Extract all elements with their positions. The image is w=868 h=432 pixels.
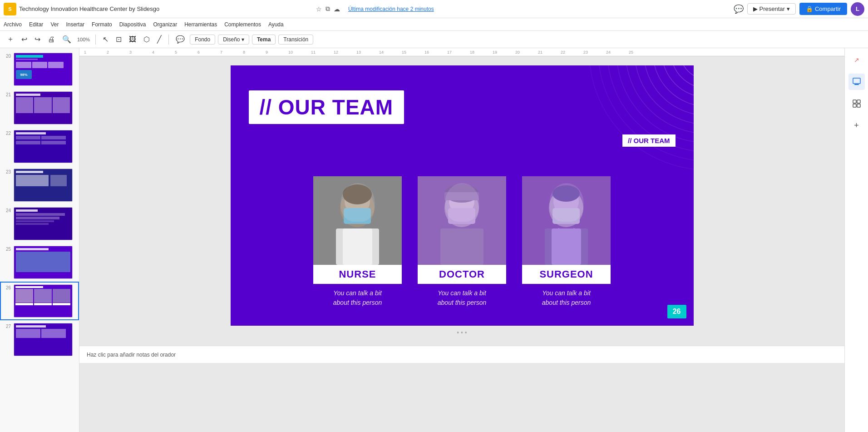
slide-26[interactable]: // OUR TEAM // OUR TEAM: [231, 65, 694, 326]
menu-formato[interactable]: Formato: [92, 21, 112, 28]
menu-archivo[interactable]: Archivo: [4, 21, 22, 28]
image-tool[interactable]: 🖼: [127, 34, 138, 45]
svg-point-9: [626, 65, 694, 134]
menu-herramientas[interactable]: Herramientas: [184, 21, 217, 28]
svg-point-10: [616, 65, 694, 143]
doctor-description: You can talk a bitabout this person: [418, 288, 506, 308]
svg-point-30: [553, 188, 579, 215]
tema-button[interactable]: Tema: [252, 35, 276, 45]
menu-organizar[interactable]: Organizar: [153, 21, 177, 28]
slide-thumb-23[interactable]: 23: [0, 166, 79, 204]
svg-rect-36: [854, 84, 859, 85]
surgeon-role-text: SURGEON: [539, 268, 593, 280]
divider-2: [168, 35, 169, 45]
shape-tool[interactable]: ⬡: [141, 34, 152, 45]
slide-thumb-20[interactable]: 20 98%: [0, 50, 79, 89]
svg-rect-20: [343, 228, 372, 265]
chevron-down-icon: ▾: [787, 5, 790, 12]
nurse-role-box: NURSE: [313, 265, 402, 284]
zoom-button[interactable]: 🔍: [60, 34, 74, 45]
slides-panel-button[interactable]: [848, 74, 865, 90]
doctor-photo: [418, 176, 506, 265]
svg-rect-38: [857, 100, 860, 103]
avatar[interactable]: L: [851, 2, 864, 16]
svg-rect-37: [853, 100, 856, 103]
svg-point-6: [653, 65, 694, 106]
slide-thumb-24[interactable]: 24: [0, 204, 79, 243]
redo-button[interactable]: ↪: [32, 34, 43, 45]
last-modified[interactable]: Última modificación hace 2 minutos: [348, 6, 434, 12]
menu-complementos[interactable]: Complementos: [224, 21, 261, 28]
svg-point-16: [345, 188, 370, 215]
decorative-circles: [580, 65, 694, 179]
slide-thumb-25[interactable]: 25: [0, 243, 79, 282]
add-slide-button[interactable]: ＋: [5, 33, 16, 45]
svg-rect-26: [448, 208, 475, 224]
grid-view-button[interactable]: [848, 95, 865, 112]
undo-button[interactable]: ↩: [19, 34, 30, 45]
svg-rect-39: [853, 104, 856, 107]
menu-insertar[interactable]: Insertar: [66, 21, 84, 28]
svg-rect-32: [552, 208, 580, 224]
menu-ver[interactable]: Ver: [50, 21, 59, 28]
main: 20 98%: [0, 48, 868, 432]
select-tool[interactable]: ⊡: [113, 34, 124, 45]
svg-text:S: S: [8, 6, 11, 12]
slide-thumb-27[interactable]: 27: [0, 320, 79, 359]
menu-diapositiva[interactable]: Diapositiva: [119, 21, 146, 28]
team-card-doctor[interactable]: DOCTOR You can talk a bitabout this pers…: [417, 176, 508, 308]
surgeon-photo: [522, 176, 611, 265]
star-icon[interactable]: ☆: [316, 5, 322, 13]
presentar-button[interactable]: ▶ Presentar ▾: [747, 3, 796, 15]
svg-rect-27: [440, 228, 483, 265]
line-tool[interactable]: ╱: [155, 34, 164, 45]
fondo-button[interactable]: Fondo: [190, 35, 215, 45]
doctor-role-box: DOCTOR: [418, 265, 506, 284]
slide-title-box[interactable]: // OUR TEAM: [249, 90, 404, 124]
svg-rect-18: [344, 208, 371, 224]
slide-panel: 20 98%: [0, 48, 79, 432]
svg-rect-40: [857, 104, 860, 107]
svg-point-4: [671, 65, 694, 88]
ruler-horizontal: 1 2 3 4 5 6 7 8 9 10 11 12 13 14 15 16 1…: [79, 48, 844, 56]
compartir-button[interactable]: 🔒 Compartir: [799, 3, 847, 15]
toolbar: ＋ ↩ ↪ 🖨 🔍 100% ↖ ⊡ 🖼 ⬡ ╱ 💬 Fondo Diseño …: [0, 31, 868, 48]
svg-point-24: [444, 184, 479, 203]
menu-editar[interactable]: Editar: [29, 21, 43, 28]
copy-icon[interactable]: ⧉: [326, 5, 330, 13]
slide-container: // OUR TEAM // OUR TEAM: [231, 65, 694, 337]
team-card-nurse[interactable]: NURSE You can talk a bitabout this perso…: [312, 176, 403, 308]
notes-placeholder[interactable]: Haz clic para añadir notas del orador: [87, 352, 837, 358]
svg-rect-34: [552, 228, 581, 265]
slide-thumb-22[interactable]: 22: [0, 127, 79, 166]
svg-point-23: [449, 188, 474, 215]
menu-ayuda[interactable]: Ayuda: [268, 21, 284, 28]
topbar: S Technology Innovation Healthcare Cente…: [0, 0, 868, 18]
svg-point-3: [680, 65, 694, 79]
cloud-icon[interactable]: ☁: [334, 5, 340, 13]
slide-thumb-26[interactable]: 26: [0, 282, 79, 320]
top-right-label-text: // OUR TEAM: [628, 137, 670, 144]
title-icons: ☆ ⧉ ☁: [316, 5, 340, 13]
divider-1: [95, 35, 96, 45]
expand-button[interactable]: +: [848, 117, 865, 134]
diseno-button[interactable]: Diseño ▾: [218, 35, 249, 45]
svg-point-5: [662, 65, 694, 97]
slide-title: // OUR TEAM: [260, 95, 394, 119]
explore-button[interactable]: ↗: [848, 52, 865, 68]
comment-icon[interactable]: 💬: [734, 4, 744, 14]
menubar: Archivo Editar Ver Insertar Formato Diap…: [0, 18, 868, 31]
presentar-icon: ▶: [753, 5, 758, 12]
doc-title: Technology Innovation Healthcare Center …: [19, 5, 313, 12]
chevron-down-icon: ▾: [242, 36, 244, 43]
slide-thumb-21[interactable]: 21: [0, 89, 79, 127]
notes-bar: Haz clic para añadir notas del orador: [79, 346, 844, 363]
team-card-surgeon[interactable]: SURGEON You can talk a bitabout this per…: [521, 176, 612, 308]
svg-rect-25: [444, 192, 479, 200]
print-button[interactable]: 🖨: [45, 34, 57, 45]
transicion-button[interactable]: Transición: [278, 35, 313, 45]
workarea: 1 2 3 4 5 6 7 8 9 10 11 12 13 14 15 16 1…: [79, 48, 844, 432]
svg-point-17: [343, 184, 372, 204]
comment-tool[interactable]: 💬: [173, 34, 187, 45]
cursor-tool[interactable]: ↖: [100, 34, 111, 45]
